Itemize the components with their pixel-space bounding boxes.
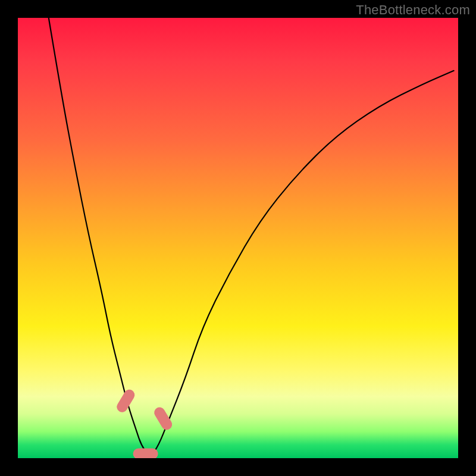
watermark-text: TheBottleneck.com [356,2,470,18]
bottleneck-curve-svg [18,18,458,458]
left-tick [122,395,129,407]
right-tick [159,412,167,424]
gradient-plot-area [18,18,458,458]
marker-group [122,395,167,454]
bottleneck-curve-path [49,18,454,455]
outer-frame: TheBottleneck.com [0,0,476,476]
